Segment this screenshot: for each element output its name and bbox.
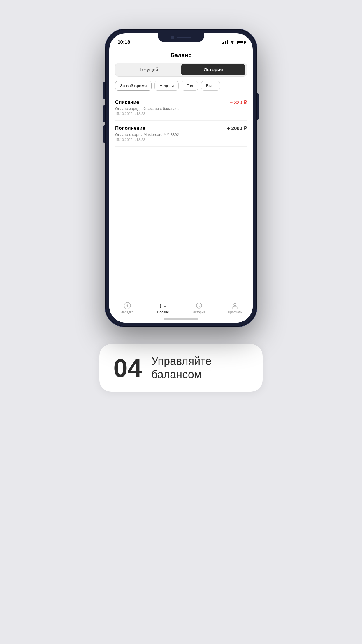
transaction-desc: Оплата с карты Mastercard **** 8392 xyxy=(115,132,227,137)
home-bar xyxy=(164,318,198,320)
notch xyxy=(158,33,204,42)
card-text-block: Управляйте балансом xyxy=(151,355,212,381)
svg-rect-3 xyxy=(164,306,166,307)
nav-item-charging[interactable]: Зарядка xyxy=(109,302,145,314)
card-text-line1: Управляйте xyxy=(151,355,212,368)
nav-label-charging: Зарядка xyxy=(121,310,133,314)
wallet-icon xyxy=(159,302,167,309)
battery-icon xyxy=(237,41,245,44)
period-custom[interactable]: Вы... xyxy=(201,81,220,91)
transaction-amount-2: + 2000 ₽ xyxy=(227,125,247,132)
transaction-desc: Оплата зарядной сессии с баланаса xyxy=(115,106,230,111)
tab-current[interactable]: Текущий xyxy=(117,64,181,75)
card-number: 04 xyxy=(113,355,142,381)
nav-label-history: История xyxy=(193,310,205,314)
period-year[interactable]: Год xyxy=(182,81,198,91)
transaction-info: Пополнение Оплата с карты Mastercard ***… xyxy=(115,125,227,142)
card-text-line2: балансом xyxy=(151,368,212,382)
status-time: 10:18 xyxy=(117,39,130,45)
bottom-feature-card: 04 Управляйте балансом xyxy=(99,344,263,392)
status-icons xyxy=(222,40,245,44)
period-all-time[interactable]: За всё время xyxy=(115,81,152,91)
phone-screen: 10:18 xyxy=(109,33,253,323)
tab-switcher[interactable]: Текущий История xyxy=(115,63,247,77)
transaction-item: Пополнение Оплата с карты Mastercard ***… xyxy=(115,121,247,147)
speaker xyxy=(177,37,191,38)
transaction-item: Списание Оплата зарядной сессии с балана… xyxy=(115,95,247,121)
nav-item-history[interactable]: История xyxy=(181,302,217,314)
period-week[interactable]: Неделя xyxy=(154,81,179,91)
transaction-info: Списание Оплата зарядной сессии с балана… xyxy=(115,99,230,116)
period-filter: За всё время Неделя Год Вы... xyxy=(109,81,253,95)
svg-point-0 xyxy=(232,43,233,44)
signal-icon xyxy=(222,40,228,44)
transaction-date: 15.10.2022 в 18:23 xyxy=(115,138,227,142)
tab-history[interactable]: История xyxy=(181,64,245,75)
transaction-title: Списание xyxy=(115,99,230,105)
profile-icon xyxy=(231,302,239,309)
transaction-amount-1: – 320 ₽ xyxy=(230,99,247,106)
bottom-nav: Зарядка Баланс xyxy=(109,299,253,316)
phone-mockup: 10:18 xyxy=(105,29,257,327)
front-camera xyxy=(171,36,174,39)
wifi-icon xyxy=(230,41,235,44)
page-title: Баланс xyxy=(109,48,253,63)
transaction-date: 15.10.2022 в 18:23 xyxy=(115,112,230,116)
transaction-title: Пополнение xyxy=(115,125,227,131)
home-indicator xyxy=(109,316,253,323)
nav-label-balance: Баланс xyxy=(157,310,169,314)
nav-item-balance[interactable]: Баланс xyxy=(145,302,181,314)
svg-point-5 xyxy=(234,303,236,306)
nav-label-profile: Профиль xyxy=(228,310,242,314)
transactions-list: Списание Оплата зарядной сессии с балана… xyxy=(109,95,253,299)
nav-item-profile[interactable]: Профиль xyxy=(217,302,253,314)
charging-icon xyxy=(124,302,131,309)
phone-frame: 10:18 xyxy=(105,29,257,327)
history-icon xyxy=(195,302,203,309)
app-content: Баланс Текущий История За всё время Неде… xyxy=(109,48,253,323)
